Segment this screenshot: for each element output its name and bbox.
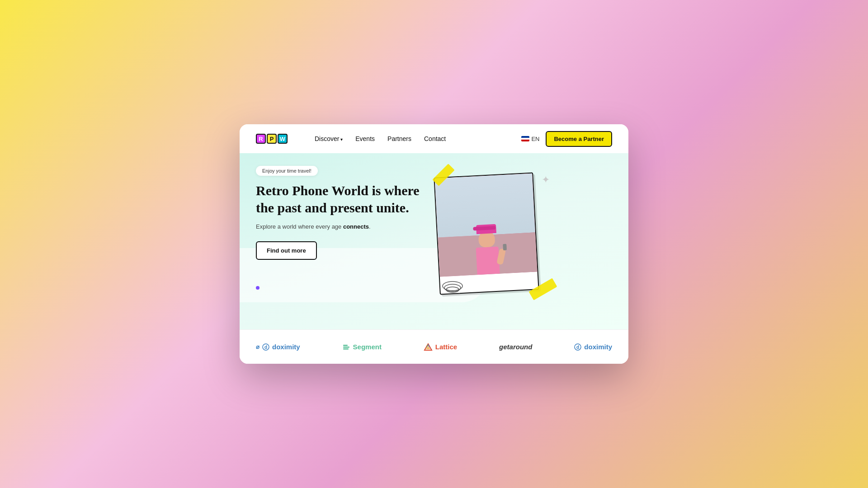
partner-segment: Segment [342,343,382,351]
doximity2-icon: d [574,343,581,351]
nav-right: EN Become a Partner [521,131,612,147]
contact-link[interactable]: Contact [424,135,446,142]
hero-section: Enjoy your time travel! Retro Phone Worl… [240,153,628,329]
svg-rect-7 [343,348,349,350]
svg-text:d: d [264,345,267,350]
lattice-icon [424,343,433,351]
hero-image-area: ✦ [428,166,554,310]
hero-subtitle: Explore a world where every age connects… [256,222,428,231]
subtitle-bold: connects [343,223,369,230]
hero-content: Enjoy your time travel! Retro Phone Worl… [256,166,428,260]
partner-lattice: Lattice [424,343,457,351]
partner-doximity2: d doximity [574,343,612,351]
doximity2-label: doximity [584,343,612,351]
become-partner-button[interactable]: Become a Partner [546,131,612,147]
phone-held [503,244,507,250]
person-hat-brim [473,226,495,231]
coil-svg [441,277,464,295]
svg-rect-5 [343,347,349,348]
find-out-more-button[interactable]: Find out more [256,241,317,260]
slider-dot[interactable] [256,286,259,290]
svg-text:d: d [576,345,579,350]
polaroid-photo [434,172,539,295]
subtitle-plain: Explore a world where every age [256,223,343,230]
logo-r: R [256,134,266,144]
nav-contact[interactable]: Contact [424,135,446,143]
discover-link[interactable]: Discover [315,135,343,142]
events-link[interactable]: Events [355,135,375,142]
logo-p: P [267,134,277,144]
logo[interactable]: R P W [256,134,288,144]
nav-discover[interactable]: Discover [315,135,343,143]
hero-badge: Enjoy your time travel! [256,166,318,176]
nav-partners[interactable]: Partners [387,135,411,143]
flag-icon [521,136,529,141]
subtitle-end: . [369,223,371,230]
person-figure [475,230,500,274]
coil-decoration [441,277,464,297]
navbar: R P W Discover Events Partners Contact E… [240,124,628,153]
lattice-label: Lattice [435,343,457,351]
segment-label: Segment [353,343,382,351]
person-head [478,230,495,248]
logo-w: W [278,134,288,144]
nav-links: Discover Events Partners Contact [315,135,521,143]
partner-getaround: getaround [499,343,532,351]
browser-window: R P W Discover Events Partners Contact E… [240,124,628,364]
partners-section: d doximity Segment Lattice getaround [240,329,628,364]
doximity-label: doximity [272,343,300,351]
nav-events[interactable]: Events [355,135,375,143]
segment-icon [342,343,350,351]
doximity-icon: d [262,343,269,351]
photo-background [434,174,537,277]
hero-title: Retro Phone World is where the past and … [256,182,428,216]
lang-label: EN [531,136,539,142]
svg-rect-6 [343,345,348,346]
person-body [476,246,500,275]
getaround-label: getaround [499,343,532,351]
partners-link[interactable]: Partners [387,135,411,142]
partner-doximity: d doximity [256,343,300,351]
language-selector[interactable]: EN [521,136,539,142]
polaroid-inner [434,174,537,277]
person-hat [476,224,496,234]
sparkle-icon: ✦ [542,174,550,186]
